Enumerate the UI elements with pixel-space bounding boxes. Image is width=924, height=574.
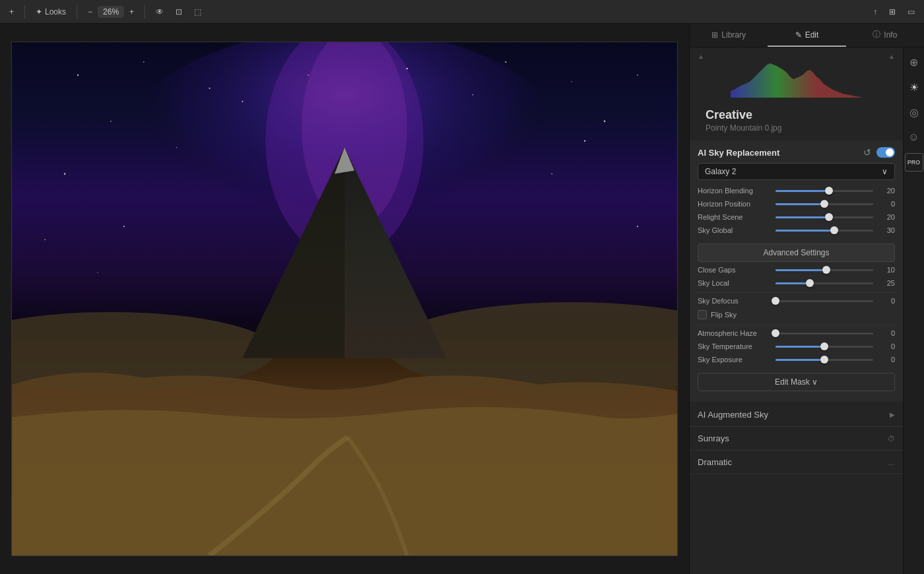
svg-point-20 bbox=[551, 174, 552, 175]
ai-augmented-sky-label: AI Augmented Sky bbox=[698, 410, 768, 420]
svg-point-4 bbox=[77, 75, 79, 76]
horizon-blending-track[interactable] bbox=[776, 190, 873, 192]
zoom-decrease-button[interactable]: − bbox=[84, 6, 96, 18]
atmospheric-haze-track[interactable] bbox=[776, 333, 873, 335]
relight-scene-label: Relight Scene bbox=[698, 213, 770, 221]
mountain-svg bbox=[12, 42, 677, 556]
svg-point-10 bbox=[242, 101, 243, 102]
hist-left-arrow: ▲ bbox=[698, 53, 704, 60]
sky-temperature-track[interactable] bbox=[776, 346, 873, 348]
adjust-icon-btn[interactable]: ☀ bbox=[905, 78, 923, 96]
svg-point-16 bbox=[604, 120, 605, 121]
toolbar: + ✦ Looks − 26% + 👁 ⊡ ⬚ ↑ ⊞ ▭ bbox=[0, 0, 924, 24]
relight-scene-track[interactable] bbox=[776, 216, 873, 218]
svg-point-19 bbox=[123, 226, 125, 227]
horizon-position-thumb[interactable] bbox=[820, 200, 828, 208]
sunrays-label: Sunrays bbox=[698, 433, 729, 443]
dramatic-icon: … bbox=[888, 459, 895, 466]
sky-local-thumb[interactable] bbox=[806, 279, 814, 287]
close-gaps-fill bbox=[776, 269, 826, 271]
sky-local-value: 25 bbox=[878, 279, 895, 287]
sky-preset-dropdown[interactable]: Galaxy 2 ∨ bbox=[698, 163, 895, 180]
library-icon: ⊞ bbox=[711, 30, 718, 40]
slider-row-close-gaps: Close Gaps 10 bbox=[698, 266, 895, 274]
canvas-area[interactable] bbox=[0, 24, 689, 574]
frame-icon: ⬚ bbox=[194, 7, 201, 16]
sky-defocus-thumb[interactable] bbox=[772, 297, 779, 305]
compare-button[interactable]: ⊡ bbox=[172, 6, 186, 18]
atmospheric-haze-thumb[interactable] bbox=[772, 329, 779, 337]
svg-point-11 bbox=[308, 75, 309, 76]
sky-exposure-track[interactable] bbox=[776, 359, 873, 361]
separator-1 bbox=[24, 5, 25, 18]
rect-button[interactable]: ▭ bbox=[904, 6, 919, 18]
grid-button[interactable]: ⊞ bbox=[885, 6, 900, 18]
relight-scene-fill bbox=[776, 216, 829, 218]
hist-right-arrow: ▲ bbox=[888, 53, 895, 60]
separator-2 bbox=[77, 5, 77, 18]
svg-point-8 bbox=[64, 173, 65, 174]
sky-defocus-track[interactable] bbox=[776, 300, 873, 302]
close-gaps-track[interactable] bbox=[776, 269, 873, 271]
sky-reset-button[interactable]: ↺ bbox=[863, 147, 871, 158]
palette-icon-btn[interactable]: ◎ bbox=[905, 103, 923, 121]
face-icon-btn[interactable]: ☺ bbox=[905, 128, 923, 146]
edit-icon: ✎ bbox=[795, 30, 802, 40]
svg-point-9 bbox=[176, 147, 177, 148]
sky-temperature-thumb[interactable] bbox=[820, 342, 828, 350]
sky-global-track[interactable] bbox=[776, 230, 873, 232]
zoom-control: − 26% + bbox=[84, 6, 138, 18]
looks-icon: ✦ bbox=[36, 7, 42, 16]
histogram-arrows: ▲ ▲ bbox=[690, 53, 903, 60]
sky-global-thumb[interactable] bbox=[830, 226, 838, 234]
histogram-svg bbox=[731, 58, 863, 98]
add-button[interactable]: + bbox=[5, 6, 18, 18]
pro-badge-btn[interactable]: PRO bbox=[905, 153, 923, 172]
slider-row-sky-exposure: Sky Exposure 0 bbox=[698, 356, 895, 364]
looks-button[interactable]: ✦ Looks bbox=[32, 6, 70, 18]
tab-library[interactable]: ⊞ Library bbox=[690, 24, 768, 47]
eye-icon: 👁 bbox=[156, 7, 164, 16]
histogram-area: ▲ ▲ bbox=[690, 48, 903, 100]
flip-sky-checkbox[interactable] bbox=[698, 310, 707, 319]
tab-edit[interactable]: ✎ Edit bbox=[768, 24, 845, 47]
svg-point-5 bbox=[143, 61, 145, 63]
sky-local-fill bbox=[776, 282, 810, 284]
side-icon-bar: ⊕ ☀ ◎ ☺ PRO bbox=[903, 48, 924, 574]
advanced-settings-button[interactable]: Advanced Settings bbox=[698, 243, 895, 262]
sky-local-track[interactable] bbox=[776, 282, 873, 284]
atmospheric-haze-label: Atmospheric Haze bbox=[698, 329, 770, 337]
sky-defocus-label: Sky Defocus bbox=[698, 297, 770, 305]
close-gaps-thumb[interactable] bbox=[822, 266, 830, 274]
panel-tabs: ⊞ Library ✎ Edit ⓘ Info ⊕ ☀ ◎ ☺ PRO bbox=[690, 24, 924, 48]
zoom-value-button[interactable]: 26% bbox=[98, 6, 124, 18]
sky-exposure-value: 0 bbox=[878, 356, 895, 364]
plus-icon: + bbox=[9, 7, 14, 16]
svg-point-15 bbox=[572, 81, 572, 82]
separator-3 bbox=[145, 5, 145, 18]
panel-content: ▲ ▲ Creative bbox=[690, 48, 903, 574]
sky-toggle[interactable] bbox=[876, 147, 895, 158]
creative-title: Creative bbox=[698, 103, 895, 123]
share-button[interactable]: ↑ bbox=[869, 6, 881, 18]
dramatic-section[interactable]: Dramatic … bbox=[690, 451, 903, 474]
info-icon: ⓘ bbox=[873, 29, 880, 40]
layers-icon-btn[interactable]: ⊕ bbox=[905, 53, 923, 71]
compare-icon: ⊡ bbox=[176, 7, 182, 16]
dramatic-label: Dramatic bbox=[698, 457, 732, 467]
horizon-position-track[interactable] bbox=[776, 203, 873, 205]
eye-button[interactable]: 👁 bbox=[152, 6, 168, 18]
slider-row-relight-scene: Relight Scene 20 bbox=[698, 213, 895, 221]
ai-augmented-sky-section[interactable]: AI Augmented Sky ▶ bbox=[690, 403, 903, 427]
frame-button[interactable]: ⬚ bbox=[190, 6, 205, 18]
sky-exposure-thumb[interactable] bbox=[820, 356, 828, 364]
divider-2 bbox=[698, 325, 895, 325]
sky-replacement-panel: AI Sky Replacement ↺ Galaxy 2 ∨ Horizon … bbox=[690, 141, 903, 402]
tab-info[interactable]: ⓘ Info bbox=[846, 24, 924, 47]
horizon-blending-thumb[interactable] bbox=[825, 187, 833, 195]
sunrays-section[interactable]: Sunrays ⏱ bbox=[690, 427, 903, 451]
zoom-increase-button[interactable]: + bbox=[125, 6, 138, 18]
relight-scene-thumb[interactable] bbox=[825, 213, 833, 221]
svg-point-21 bbox=[584, 140, 585, 141]
edit-mask-button[interactable]: Edit Mask ∨ bbox=[698, 373, 895, 391]
